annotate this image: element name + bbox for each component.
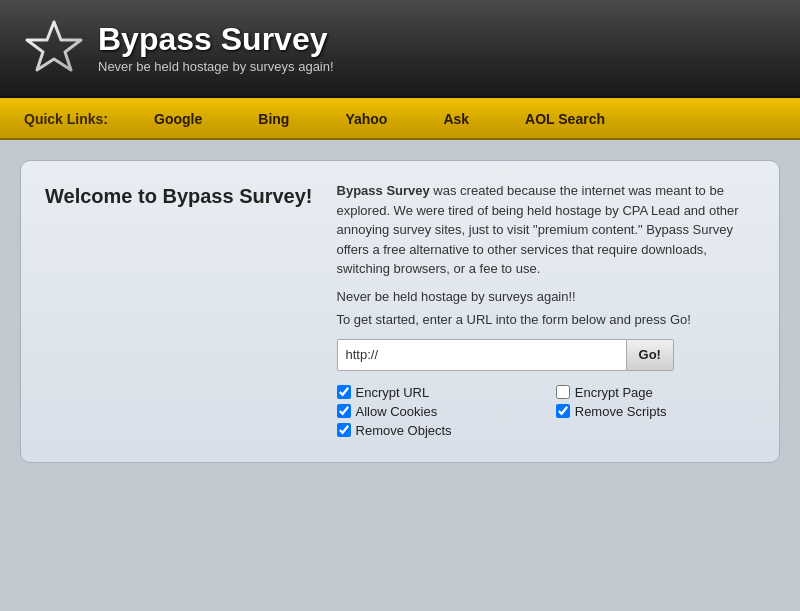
remove-scripts-checkbox[interactable] — [556, 404, 570, 418]
site-header: Bypass Survey Never be held hostage by s… — [0, 0, 800, 98]
main-content: Welcome to Bypass Survey! Bypass Survey … — [0, 140, 800, 611]
checkbox-encrypt-url[interactable]: Encrypt URL — [337, 385, 536, 400]
navbar: Quick Links: Google Bing Yahoo Ask AOL S… — [0, 98, 800, 140]
checkbox-remove-scripts[interactable]: Remove Scripts — [556, 404, 755, 419]
checkboxes-container: Encrypt URL Encrypt Page Allow Cookies R… — [337, 385, 755, 438]
allow-cookies-checkbox[interactable] — [337, 404, 351, 418]
logo-container: Bypass Survey Never be held hostage by s… — [24, 18, 334, 78]
checkbox-remove-objects[interactable]: Remove Objects — [337, 423, 536, 438]
nav-link-yahoo[interactable]: Yahoo — [317, 99, 415, 138]
svg-marker-0 — [27, 22, 81, 70]
star-icon — [24, 18, 84, 78]
nav-link-ask[interactable]: Ask — [415, 99, 497, 138]
checkbox-allow-cookies[interactable]: Allow Cookies — [337, 404, 536, 419]
go-button[interactable]: Go! — [627, 339, 674, 371]
content-card: Welcome to Bypass Survey! Bypass Survey … — [20, 160, 780, 463]
encrypt-url-checkbox[interactable] — [337, 385, 351, 399]
encrypt-page-checkbox[interactable] — [556, 385, 570, 399]
card-body: Bypass Survey was created because the in… — [337, 181, 755, 438]
remove-objects-checkbox[interactable] — [337, 423, 351, 437]
tagline: Never be held hostage by surveys again!! — [337, 289, 755, 304]
nav-link-aol[interactable]: AOL Search — [497, 99, 633, 138]
site-tagline: Never be held hostage by surveys again! — [98, 59, 334, 74]
site-title: Bypass Survey — [98, 22, 334, 57]
checkbox-encrypt-page[interactable]: Encrypt Page — [556, 385, 755, 400]
header-text: Bypass Survey Never be held hostage by s… — [98, 22, 334, 74]
nav-link-bing[interactable]: Bing — [230, 99, 317, 138]
quick-links-label: Quick Links: — [0, 111, 126, 127]
description: Bypass Survey was created because the in… — [337, 181, 755, 279]
cta-text: To get started, enter a URL into the for… — [337, 312, 755, 327]
nav-link-google[interactable]: Google — [126, 99, 230, 138]
card-title: Welcome to Bypass Survey! — [45, 181, 313, 438]
url-input[interactable] — [337, 339, 627, 371]
url-form: Go! — [337, 339, 755, 371]
